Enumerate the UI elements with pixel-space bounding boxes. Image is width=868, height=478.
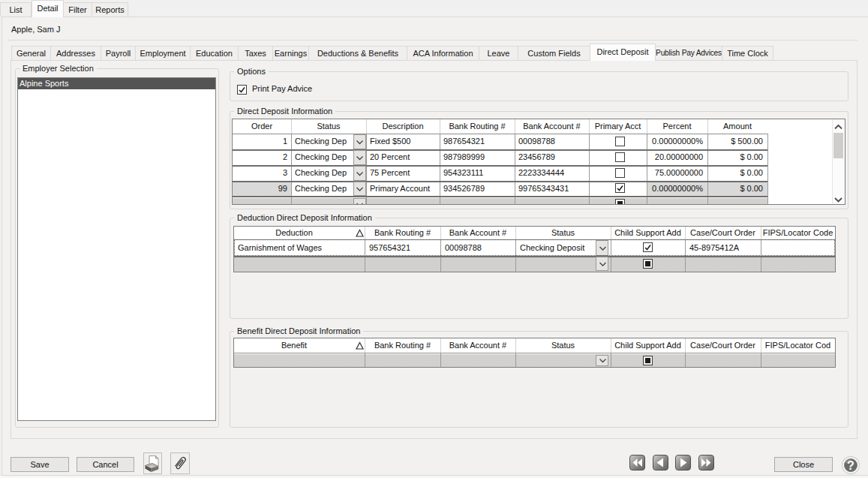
svg-text:?: ? — [847, 459, 854, 472]
